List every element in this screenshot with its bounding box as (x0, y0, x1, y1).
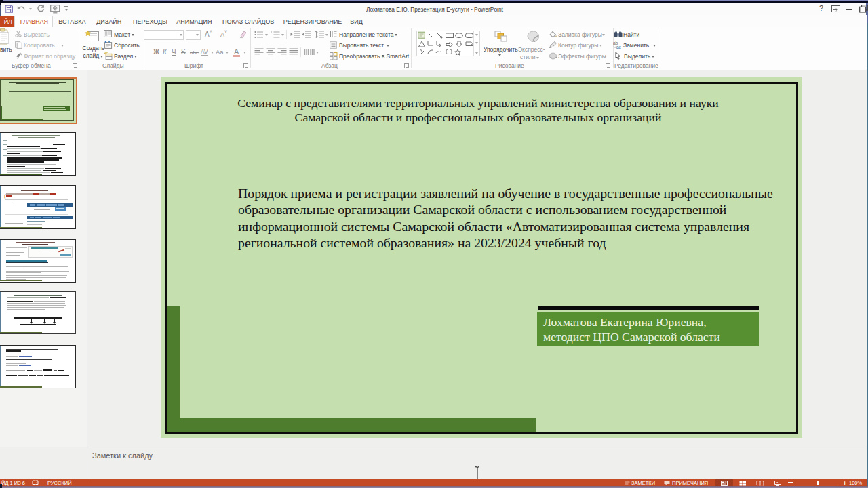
svg-text:ac: ac (616, 45, 622, 49)
